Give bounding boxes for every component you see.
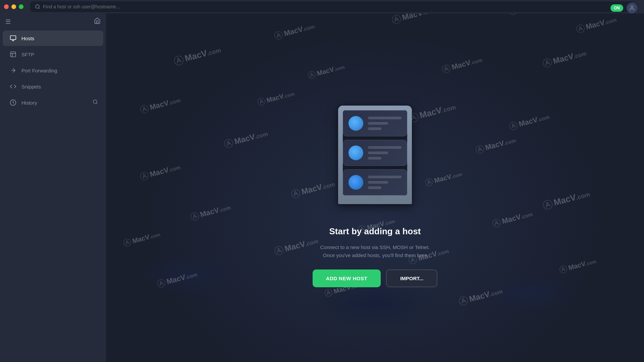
sidebar-item-port-forwarding[interactable]: Port Forwarding <box>3 63 103 78</box>
illustration-card-1 <box>343 110 407 136</box>
empty-state: Start by adding a host Connect to a new … <box>106 31 644 362</box>
sidebar-item-snippets[interactable]: Snippets <box>3 79 103 94</box>
illustration-dot-2 <box>348 145 363 160</box>
illustration-line-3b <box>368 181 388 184</box>
illustration-dot-1 <box>348 116 363 131</box>
sidebar-item-port-label: Port Forwarding <box>21 68 57 73</box>
illustration-dot-3 <box>348 175 363 190</box>
illustration-line-2c <box>368 157 381 160</box>
svg-rect-3 <box>11 52 16 57</box>
sidebar-item-sftp-label: SFTP <box>21 52 34 57</box>
sidebar: ☰ Hosts SFTP <box>0 0 106 362</box>
snippets-icon <box>9 83 17 90</box>
sidebar-item-snippets-label: Snippets <box>21 84 41 89</box>
sidebar-item-history-label: History <box>21 100 37 106</box>
illustration-line-1c <box>368 127 381 130</box>
illustration-frame <box>338 106 412 204</box>
illustration-lines-1 <box>368 117 401 130</box>
sidebar-header: ☰ <box>0 13 106 30</box>
empty-state-actions: ADD NEW HOST IMPORT... <box>313 269 438 287</box>
port-icon <box>9 67 17 74</box>
illustration-line-3c <box>368 186 381 189</box>
history-icon <box>9 99 17 106</box>
sidebar-item-hosts-label: Hosts <box>21 36 34 41</box>
titlebar: ON <box>106 0 644 13</box>
svg-point-7 <box>93 100 97 104</box>
sidebar-item-history[interactable]: History <box>3 95 103 110</box>
illustration-frame-inner <box>343 110 407 195</box>
main-content: ON + NEW HOST + NEW GROUP + IMPORT Tags … <box>106 0 644 362</box>
hosts-icon <box>9 35 17 42</box>
import-button-empty[interactable]: IMPORT... <box>386 269 437 287</box>
sidebar-item-hosts[interactable]: Hosts <box>3 31 103 46</box>
add-new-host-button[interactable]: ADD NEW HOST <box>313 269 381 287</box>
svg-rect-0 <box>10 36 16 40</box>
sidebar-item-sftp[interactable]: SFTP <box>3 47 103 62</box>
host-illustration <box>335 106 415 220</box>
search-input[interactable] <box>106 4 629 9</box>
sftp-icon <box>9 51 17 58</box>
search-wrapper <box>106 1 633 12</box>
illustration-card-2 <box>343 140 407 166</box>
illustration-base <box>368 195 382 199</box>
illustration-line-2b <box>368 152 388 154</box>
illustration-line-1b <box>368 122 388 125</box>
illustration-line-1a <box>368 117 401 119</box>
illustration-card-3 <box>343 169 407 195</box>
sidebar-menu-button[interactable]: ☰ <box>5 18 11 25</box>
illustration-lines-2 <box>368 146 401 160</box>
top-right-area: ON <box>610 3 637 13</box>
illustration-line-3a <box>368 176 401 178</box>
empty-state-description: Connect to a new host via SSH, MOSH or T… <box>320 243 430 259</box>
empty-state-title: Start by adding a host <box>329 226 421 237</box>
svg-line-8 <box>96 103 97 104</box>
illustration-line-2a <box>368 146 401 149</box>
avatar[interactable] <box>627 3 637 13</box>
sidebar-home-button[interactable] <box>94 17 101 26</box>
toggle-button[interactable]: ON <box>610 4 623 12</box>
illustration-lines-3 <box>368 176 401 189</box>
history-search-button[interactable] <box>93 99 98 106</box>
svg-point-11 <box>631 6 633 8</box>
